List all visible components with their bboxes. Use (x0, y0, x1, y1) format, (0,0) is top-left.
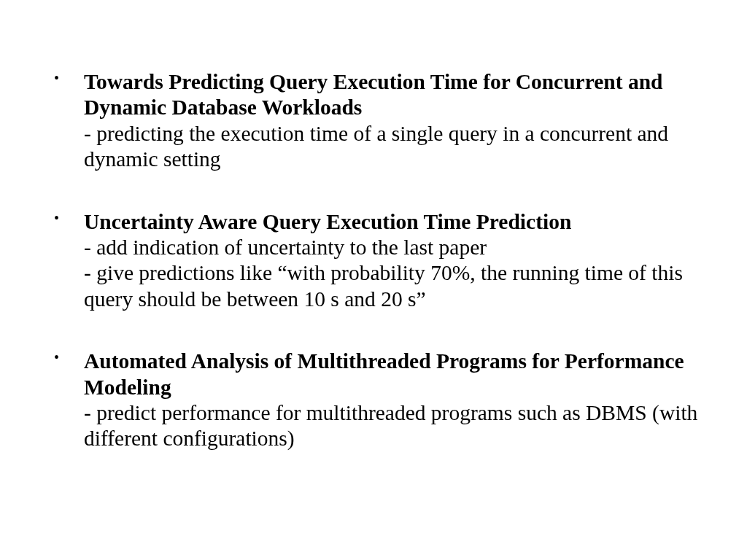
item-title: Automated Analysis of Multithreaded Prog… (84, 349, 703, 400)
slide: Towards Predicting Query Execution Time … (0, 0, 747, 560)
item-detail: - give predictions like “with probabilit… (84, 260, 703, 312)
bullet-list: Towards Predicting Query Execution Time … (44, 69, 703, 452)
item-detail: - predict performance for multithreaded … (84, 400, 703, 452)
item-detail: - predicting the execution time of a sin… (84, 121, 703, 173)
list-item: Towards Predicting Query Execution Time … (44, 69, 703, 173)
item-detail: - add indication of uncertainty to the l… (84, 235, 703, 260)
item-title: Towards Predicting Query Execution Time … (84, 69, 703, 121)
item-title: Uncertainty Aware Query Execution Time P… (84, 209, 703, 235)
list-item: Uncertainty Aware Query Execution Time P… (44, 209, 703, 313)
list-item: Automated Analysis of Multithreaded Prog… (44, 349, 703, 452)
